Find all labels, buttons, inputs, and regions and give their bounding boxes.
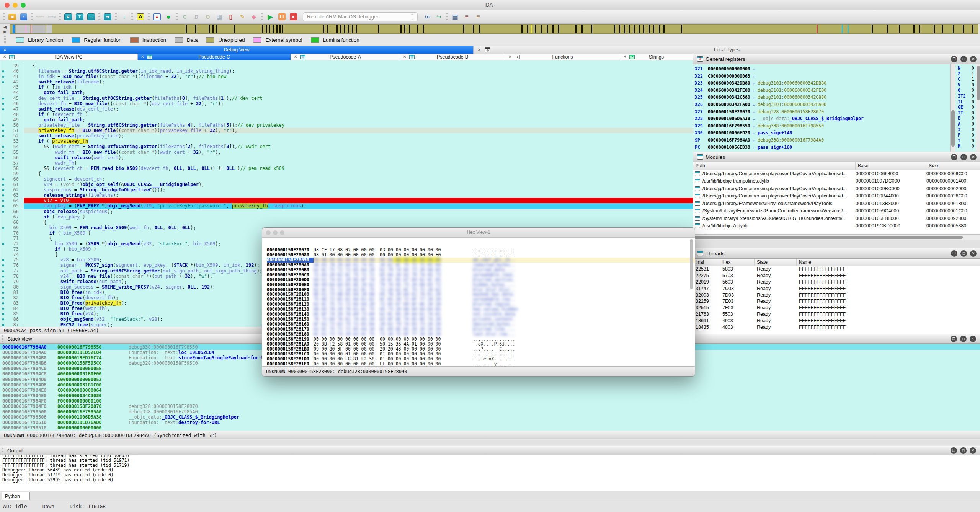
hex-scrollbar[interactable] <box>690 239 694 365</box>
code-line[interactable]: ●64 v32 = v19; <box>0 198 693 203</box>
code-line[interactable]: ●56 swift_release(wwdr_cert), <box>0 155 693 160</box>
register-row[interactable]: X22C000000000000063↵ <box>695 73 950 80</box>
hex-row[interactable]: 0000000158F280E068 69 64 64 65 6E 20 62 … <box>267 282 695 287</box>
list-view-icon[interactable]: ≡ <box>462 12 472 21</box>
breakpoint-dot-icon[interactable]: ● <box>0 68 6 74</box>
stack-row[interactable]: 000000016F798510000000019ED76AD0Foundati… <box>0 420 980 425</box>
table-row[interactable]: 222755703ReadyFFFFFFFFFFFFFFFF <box>693 272 980 279</box>
table-row[interactable]: /Users/jg/Library/Frameworks/PlayTools.f… <box>693 200 980 207</box>
tab-pseudocode-c[interactable]: ✕▒Pseudocode-C <box>138 54 291 60</box>
breakpoint-dot-icon[interactable]: ● <box>0 192 6 198</box>
code-line[interactable]: ●46 devcert_fh = BIO_new_file((const cha… <box>0 101 693 106</box>
compile-c-icon[interactable]: C <box>180 12 190 21</box>
register-row[interactable]: X210000000000000000↵ <box>695 65 950 73</box>
table-row[interactable]: /usr/lib/libobjc-trampolines.dylib000000… <box>693 178 980 185</box>
enter-value-icon[interactable]: ↵ <box>753 87 755 94</box>
float-panel-button[interactable]: ◻ <box>960 336 967 342</box>
registers-scrollbar[interactable] <box>950 64 955 152</box>
undo-history-icon[interactable]: ⬳ <box>35 12 45 21</box>
hex-dump[interactable]: 0000000158F28070D8 CF 17 08 02 00 00 00 … <box>262 238 695 366</box>
maximize-panel-button[interactable]: ❐ <box>951 336 957 342</box>
table-row[interactable]: 186914903ReadyFFFFFFFFFFFFFFFF <box>693 317 980 324</box>
code-line[interactable]: 58 && (devcert_ch = PEM_read_bio_X509(de… <box>0 166 693 171</box>
close-panel-button[interactable]: ✕ <box>970 336 976 342</box>
table-row[interactable]: 317477C03ReadyFFFFFFFFFFFFFFFF <box>693 285 980 292</box>
enter-value-icon[interactable]: ↵ <box>753 115 755 122</box>
run-icon[interactable]: ▶ <box>265 12 275 21</box>
breakpoint-dot-icon[interactable]: ● <box>0 96 6 101</box>
column-header[interactable]: Path <box>693 162 856 170</box>
code-line[interactable]: 59 { <box>0 171 693 176</box>
save-icon[interactable]: ▪ <box>19 12 29 21</box>
table-row[interactable]: 225315803ReadyFFFFFFFFFFFFFFFF <box>693 266 980 272</box>
register-row[interactable]: X30000000010066ED20↵pass_sign+148 <box>695 129 950 137</box>
code-line[interactable]: ●65 evp_pkey = (EVP_PKEY *)objc_msgSend(… <box>0 203 693 209</box>
code-line[interactable]: 43 if ( !in_idk ) <box>0 85 693 90</box>
output-log[interactable]: FFFFFFFFFFFFFFFF: thread has started (ti… <box>0 455 980 491</box>
table-row[interactable]: /System/Library/Frameworks/GameControlle… <box>693 207 980 215</box>
maximize-panel-button[interactable]: ❐ <box>951 250 957 257</box>
hex-row[interactable]: 0000000158F281B009 00 80 3F 00 00 00 00 … <box>267 347 695 352</box>
enter-value-icon[interactable]: ↵ <box>753 94 755 101</box>
lumina-icon[interactable]: ● <box>163 12 173 21</box>
minimize-window-button[interactable] <box>273 230 278 235</box>
breakpoint-dot-icon[interactable]: ● <box>0 284 6 290</box>
table-row[interactable]: /System/Library/Extensions/AGXMetalG16G_… <box>693 215 980 222</box>
jump-segments-icon[interactable]: … <box>86 12 96 21</box>
table-row[interactable]: 320037D03ReadyFFFFFFFFFFFFFFFF <box>693 292 980 298</box>
table-row[interactable]: /usr/lib/libobjc-A.dylib000000019CBD0000… <box>693 222 980 230</box>
hex-row[interactable]: 0000000158F281D000 00 00 00 E8 81 F2 58 … <box>267 357 695 362</box>
threads-header[interactable]: Threads ❐ ◻ ✕ <box>693 248 980 259</box>
register-row[interactable]: X25000060000342C880↵debug3101:0000600003… <box>695 94 950 101</box>
code-line[interactable]: ●45 dev_cert_file = String.utf8CString.g… <box>0 96 693 101</box>
code-line[interactable]: 49 goto fail_path; <box>0 117 693 122</box>
threads-table[interactable]: 225315803ReadyFFFFFFFFFFFFFFFF222755703R… <box>693 266 980 334</box>
hex-row[interactable]: 0000000158F2819000 00 00 00 00 00 00 00 … <box>267 337 695 342</box>
hex-row[interactable]: 0000000158F281C000 00 00 00 01 00 00 00 … <box>267 352 695 357</box>
enter-value-icon[interactable]: ↵ <box>753 108 755 116</box>
breakpoint-dot-icon[interactable]: ● <box>0 133 6 139</box>
column-header[interactable]: Name <box>797 259 980 266</box>
code-line[interactable]: ●50 privatekey_file = String.utf8CString… <box>0 122 693 128</box>
maximize-window-button[interactable] <box>21 3 26 8</box>
debug-d-icon[interactable]: D <box>191 12 201 21</box>
enter-value-icon[interactable]: ↵ <box>753 80 755 87</box>
close-window-button[interactable] <box>266 230 271 235</box>
code-line[interactable]: ●63 release_strings(filePaths); <box>0 192 693 198</box>
enter-value-icon[interactable]: ↵ <box>753 129 755 137</box>
step-source-icon[interactable]: ↪ <box>434 12 444 21</box>
breakpoint-dot-icon[interactable]: ● <box>0 198 6 203</box>
breakpoint-dot-icon[interactable]: ● <box>0 182 6 187</box>
enter-value-icon[interactable]: ↵ <box>753 144 755 151</box>
breakpoint-dot-icon[interactable]: ● <box>0 316 6 322</box>
code-line[interactable]: ●66 objc_release(suspicious); <box>0 209 693 214</box>
table-row[interactable]: 220195603ReadyFFFFFFFFFFFFFFFF <box>693 279 980 285</box>
matrix-icon[interactable]: ▦ <box>214 12 224 21</box>
breakpoint-dot-icon[interactable]: ● <box>0 128 6 133</box>
close-tab-icon[interactable]: ✕ <box>403 55 406 59</box>
float-panel-button[interactable]: ◻ <box>960 447 967 454</box>
stack-row[interactable]: 000000016F7984E0C000000000000064 <box>0 388 980 393</box>
column-header[interactable]: imal <box>693 259 720 266</box>
enter-value-icon[interactable]: ↵ <box>753 137 755 144</box>
tab-ida-view-pc[interactable]: ✕▒IDA View-PC <box>0 54 138 60</box>
modules-header[interactable]: Modules ❐ ◻ ✕ <box>693 152 980 162</box>
open-file-icon[interactable]: ▣ <box>7 12 17 21</box>
navigation-band[interactable] <box>10 24 978 34</box>
breakpoint-dot-icon[interactable]: ● <box>0 150 6 155</box>
register-row[interactable]: SP000000016F7984A0↵debug338:000000016F79… <box>695 137 950 144</box>
enter-value-icon[interactable]: ↵ <box>753 73 755 80</box>
tab-debug-view[interactable]: ✕ Debug View <box>0 46 473 54</box>
column-header[interactable]: Base <box>856 162 926 170</box>
breakpoint-dot-icon[interactable]: ● <box>0 263 6 268</box>
redo-history-icon[interactable]: ⟿ <box>47 12 57 21</box>
modules-column-headers[interactable]: PathBaseSize <box>693 162 980 170</box>
float-panel-button[interactable]: ◻ <box>960 154 967 160</box>
breakpoint-dot-icon[interactable]: ● <box>0 176 6 182</box>
stack-row[interactable]: 000000016F7985180000000000000000 <box>0 425 980 430</box>
stack-row[interactable]: 000000016F7984D840006000031B1C00 <box>0 382 980 388</box>
general-registers-panel[interactable]: X210000000000000000↵X22C000000000000063↵… <box>693 64 980 152</box>
table-row[interactable]: 184354803ReadyFFFFFFFFFFFFFFFF <box>693 324 980 330</box>
code-line[interactable]: 44 goto fail_path; <box>0 90 693 95</box>
close-tab-icon[interactable]: ✕ <box>623 55 626 59</box>
